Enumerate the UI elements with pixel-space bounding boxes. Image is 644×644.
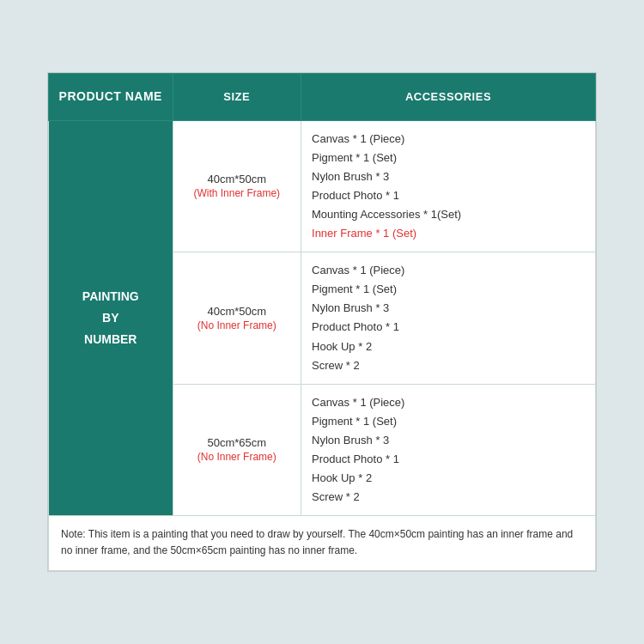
accessory-item: Hook Up * 2 [312, 469, 585, 488]
accessory-item: Pigment * 1 (Set) [312, 280, 585, 299]
accessory-item: Nylon Brush * 3 [312, 431, 585, 450]
accessory-item: Screw * 2 [312, 488, 585, 507]
size-cell-1: 40cm*50cm(No Inner Frame) [173, 252, 301, 385]
size-cell-2: 50cm*65cm(No Inner Frame) [173, 384, 301, 516]
accessory-item: Hook Up * 2 [312, 337, 585, 356]
accessory-item: Canvas * 1 (Piece) [312, 393, 585, 412]
accessory-item: Product Photo * 1 [312, 450, 585, 469]
accessories-cell-2: Canvas * 1 (Piece)Pigment * 1 (Set)Nylon… [301, 384, 596, 516]
accessory-item: Product Photo * 1 [312, 318, 585, 337]
product-table-wrapper: PRODUCT NAME SIZE ACCESSORIES PAINTINGBY… [47, 72, 597, 571]
header-product: PRODUCT NAME [49, 74, 173, 120]
accessory-item: Inner Frame * 1 (Set) [312, 224, 585, 243]
accessories-cell-1: Canvas * 1 (Piece)Pigment * 1 (Set)Nylon… [301, 252, 596, 385]
accessory-item: Nylon Brush * 3 [312, 299, 585, 318]
note-cell: Note: This item is a painting that you n… [49, 516, 596, 570]
header-size: SIZE [173, 74, 301, 120]
accessory-item: Pigment * 1 (Set) [312, 149, 585, 167]
accessory-item: Screw * 2 [312, 356, 585, 375]
product-name-cell: PAINTINGBYNUMBER [49, 120, 173, 516]
accessory-item: Nylon Brush * 3 [312, 167, 585, 186]
product-table: PRODUCT NAME SIZE ACCESSORIES PAINTINGBY… [48, 73, 596, 570]
accessories-cell-0: Canvas * 1 (Piece)Pigment * 1 (Set)Nylon… [301, 120, 596, 252]
accessory-item: Canvas * 1 (Piece) [312, 130, 585, 149]
accessory-item: Canvas * 1 (Piece) [312, 261, 585, 280]
accessory-item: Product Photo * 1 [312, 186, 585, 205]
size-cell-0: 40cm*50cm(With Inner Frame) [173, 120, 301, 252]
header-accessories: ACCESSORIES [301, 74, 596, 120]
accessory-item: Mounting Accessories * 1(Set) [312, 205, 585, 224]
accessory-item: Pigment * 1 (Set) [312, 412, 585, 431]
